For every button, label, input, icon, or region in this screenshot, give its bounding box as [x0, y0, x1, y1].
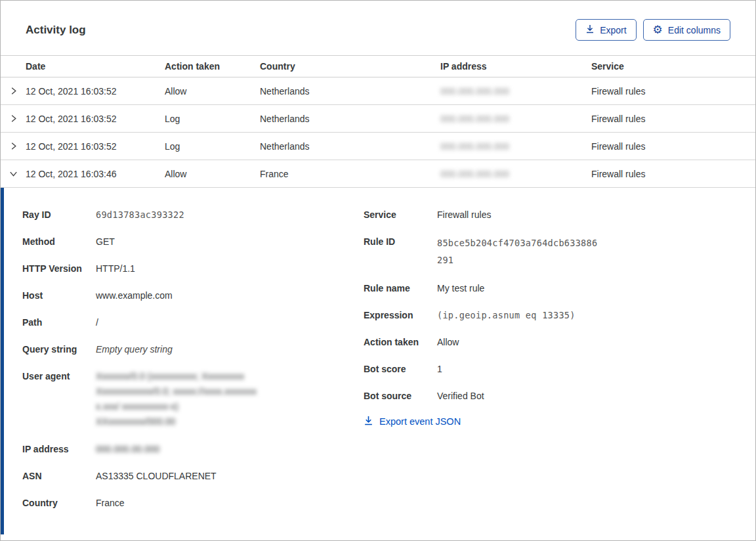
column-header-date: Date — [26, 61, 165, 72]
event-detail-left-column: Ray ID 69d13783ac393322 Method GET HTTP … — [22, 207, 364, 534]
field-label: Action taken — [364, 335, 437, 349]
field-http-version: HTTP Version HTTP/1.1 — [22, 261, 364, 276]
row-date: 12 Oct, 2021 16:03:52 — [26, 114, 165, 124]
row-date: 12 Oct, 2021 16:03:52 — [26, 141, 165, 152]
field-label: Host — [22, 288, 96, 303]
field-service: Service Firewall rules — [364, 207, 626, 222]
field-rule-id: Rule ID 85bce5b204cf4703a764dcb633886291 — [364, 234, 626, 269]
expand-row-button[interactable] — [1, 86, 26, 96]
field-expression: Expression (ip.geoip.asnum eq 13335) — [364, 308, 626, 322]
field-value-redacted: 000.000.00.000 — [96, 442, 159, 456]
field-value: My test rule — [437, 281, 484, 295]
field-bot-source: Bot source Verified Bot — [364, 389, 626, 403]
column-header-service: Service — [591, 61, 755, 72]
field-label: IP address — [22, 442, 96, 456]
chevron-right-icon — [9, 114, 18, 123]
download-icon — [364, 416, 373, 427]
field-label: Bot source — [364, 389, 437, 403]
row-ip-redacted: 000.000.000.000 — [440, 169, 591, 179]
row-country: Netherlands — [260, 114, 440, 124]
row-service: Firewall rules — [591, 114, 755, 124]
field-label: Method — [22, 234, 96, 249]
field-label: Bot score — [364, 362, 437, 376]
field-label: Path — [22, 315, 96, 330]
field-country: Country France — [22, 496, 364, 510]
row-action: Log — [165, 141, 260, 152]
table-row[interactable]: 12 Oct, 2021 16:03:52 Log Netherlands 00… — [1, 133, 755, 160]
field-value: Firewall rules — [437, 207, 491, 222]
row-ip-redacted: 000.000.000.000 — [440, 114, 591, 124]
table-row-expanded[interactable]: 12 Oct, 2021 16:03:46 Allow France 000.0… — [1, 160, 755, 188]
table-row[interactable]: 12 Oct, 2021 16:03:52 Allow Netherlands … — [1, 77, 755, 105]
column-header-ip: IP address — [440, 61, 591, 72]
page-title: Activity log — [26, 24, 86, 37]
field-value: Allow — [437, 335, 459, 349]
expand-row-button[interactable] — [1, 114, 26, 123]
row-country: Netherlands — [260, 141, 440, 152]
field-label: Query string — [22, 342, 96, 357]
field-label: Country — [22, 496, 96, 510]
event-detail-right-column: Service Firewall rules Rule ID 85bce5b20… — [364, 207, 626, 534]
field-value: / — [96, 315, 98, 330]
field-label: HTTP Version — [22, 261, 96, 276]
export-button-label: Export — [600, 25, 626, 35]
row-ip-redacted: 000.000.000.000 — [440, 141, 591, 152]
toolbar: Export ⚙ Edit columns — [576, 19, 730, 41]
expand-row-button[interactable] — [1, 141, 26, 151]
field-method: Method GET — [22, 234, 364, 249]
edit-columns-button-label: Edit columns — [668, 25, 721, 35]
chevron-down-icon — [9, 169, 18, 179]
field-value: Empty query string — [96, 342, 173, 357]
row-date: 12 Oct, 2021 16:03:46 — [26, 169, 165, 179]
redacted-line: x.xxx/ xxxxxxxxxx-x) — [96, 399, 257, 414]
field-ray-id: Ray ID 69d13783ac393322 — [22, 207, 364, 222]
field-label: Rule ID — [364, 234, 437, 269]
row-action: Allow — [165, 169, 260, 179]
field-value: HTTP/1.1 — [96, 261, 135, 276]
export-button[interactable]: Export — [576, 19, 636, 41]
field-host: Host www.example.com — [22, 288, 364, 303]
field-value: www.example.com — [96, 288, 173, 303]
collapse-row-button[interactable] — [1, 169, 26, 179]
redacted-line: Xxxxxxx/0.0 (xxxxxxxxxx; Xxxxxxxxx — [96, 369, 257, 384]
field-value: France — [96, 496, 125, 510]
field-label: Service — [364, 207, 437, 222]
field-user-agent: User agent Xxxxxxx/0.0 (xxxxxxxxxx; Xxxx… — [22, 369, 364, 429]
field-value: AS13335 CLOUDFLARENET — [96, 469, 217, 483]
event-detail-panel: Ray ID 69d13783ac393322 Method GET HTTP … — [1, 188, 755, 534]
table-header-row: Date Action taken Country IP address Ser… — [1, 55, 755, 77]
row-country: France — [260, 169, 440, 179]
export-event-json-label: Export event JSON — [379, 416, 461, 427]
row-action: Log — [165, 114, 260, 124]
chevron-right-icon — [9, 86, 18, 96]
field-label: ASN — [22, 469, 96, 483]
chevron-right-icon — [9, 141, 18, 151]
column-header-action: Action taken — [165, 61, 260, 72]
field-value: 85bce5b204cf4703a764dcb633886291 — [437, 234, 602, 269]
field-value-redacted: Xxxxxxx/0.0 (xxxxxxxxxx; Xxxxxxxxx Xxxxx… — [96, 369, 257, 429]
field-label: Expression — [364, 308, 437, 322]
row-date: 12 Oct, 2021 16:03:52 — [26, 86, 165, 97]
field-action-taken: Action taken Allow — [364, 335, 626, 349]
activity-log-page: Activity log Export ⚙ Edit columns Date … — [0, 0, 756, 541]
edit-columns-button[interactable]: ⚙ Edit columns — [643, 19, 730, 41]
field-value: 69d13783ac393322 — [96, 207, 184, 222]
field-asn: ASN AS13335 CLOUDFLARENET — [22, 469, 364, 483]
redacted-line: Xxxxxxxxxxxx/0.0; xxxxx://xxxx.xxxxxxx — [96, 384, 257, 399]
redacted-line: XXxxxxxxxx/000.00 — [96, 414, 257, 429]
field-value: Verified Bot — [437, 389, 484, 403]
row-service: Firewall rules — [591, 169, 755, 179]
field-query-string: Query string Empty query string — [22, 342, 364, 357]
field-label: User agent — [22, 369, 96, 429]
table-row[interactable]: 12 Oct, 2021 16:03:52 Log Netherlands 00… — [1, 105, 755, 133]
export-event-json-link[interactable]: Export event JSON — [364, 416, 626, 427]
field-label: Ray ID — [22, 207, 96, 222]
field-bot-score: Bot score 1 — [364, 362, 626, 376]
field-rule-name: Rule name My test rule — [364, 281, 626, 295]
row-ip-redacted: 000.000.000.000 — [440, 86, 591, 97]
topbar: Activity log Export ⚙ Edit columns — [1, 1, 755, 55]
field-value: 1 — [437, 362, 442, 376]
gear-icon: ⚙ — [653, 24, 663, 35]
row-country: Netherlands — [260, 86, 440, 97]
column-header-country: Country — [260, 61, 440, 72]
